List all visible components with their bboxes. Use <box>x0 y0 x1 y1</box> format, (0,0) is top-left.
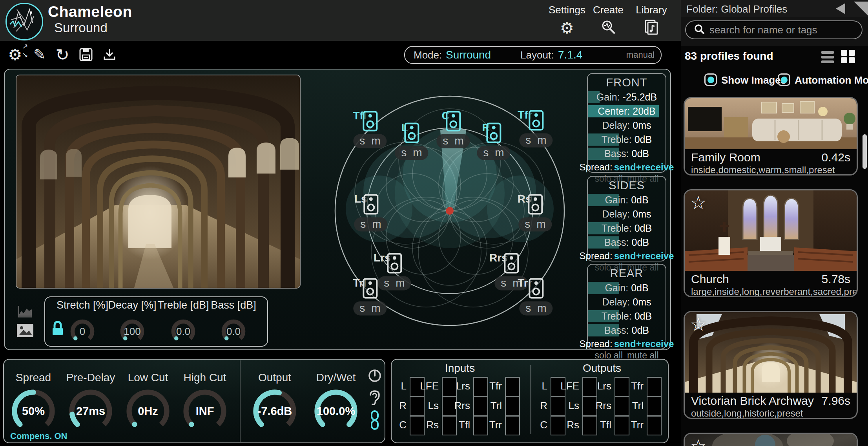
edit-pencil-icon[interactable]: ✎ <box>31 45 49 64</box>
profile-card-church[interactable]: ☆ Church5.78s large,inside,long,reverber… <box>684 189 858 297</box>
download-icon[interactable] <box>100 45 119 64</box>
speaker-cabinet-icon[interactable] <box>363 111 377 132</box>
speaker-cabinet-icon[interactable] <box>504 253 519 274</box>
speaker-cabinet-icon[interactable] <box>529 110 543 131</box>
solo-button[interactable]: s <box>359 302 365 314</box>
mute-button[interactable]: m <box>371 302 380 314</box>
solo-button[interactable]: s <box>360 218 366 230</box>
image-view-icon[interactable] <box>16 324 34 339</box>
profile-card-family-room[interactable]: Family Room0.42s inside,domestic,warm,sm… <box>684 97 858 175</box>
grid-view-icon[interactable] <box>841 50 855 63</box>
solo-button[interactable]: s <box>501 277 506 289</box>
speaker-cabinet-icon[interactable] <box>387 253 402 274</box>
layout-value[interactable]: 7.1.4 <box>558 47 582 63</box>
speaker-cabinet-icon[interactable] <box>404 123 419 143</box>
mode-value[interactable]: Surround <box>446 47 491 63</box>
reload-sync-icon[interactable]: ↻ <box>53 45 71 64</box>
mute-button[interactable]: m <box>537 134 546 146</box>
solo-button[interactable]: s <box>525 134 531 146</box>
stretch-knob[interactable]: 0 <box>69 318 95 344</box>
speaker-cabinet-icon[interactable] <box>528 194 543 215</box>
favorite-star-icon[interactable]: ☆ <box>690 315 706 333</box>
search-box[interactable] <box>685 20 863 39</box>
speaker-trr[interactable]: Trr sm <box>519 278 553 316</box>
speaker-l[interactable]: L sm <box>395 123 428 160</box>
solo-button[interactable]: s <box>359 135 365 147</box>
waveform-view-icon[interactable] <box>17 305 33 320</box>
front-spread-row[interactable]: Spread:send+receive <box>593 162 661 173</box>
ir-treble-knob[interactable]: 0.0 <box>170 318 196 344</box>
speaker-ls[interactable]: Ls sm <box>354 194 387 232</box>
rear-treble-slider[interactable]: Treble:0dB <box>593 310 661 322</box>
highcut-knob[interactable]: INF <box>181 388 228 435</box>
front-center-slider[interactable]: Center:20dB <box>593 105 661 117</box>
io-label: Ls <box>552 397 579 415</box>
collapse-panel-icon[interactable] <box>836 3 845 14</box>
solo-button[interactable]: s <box>525 218 530 230</box>
front-treble-slider[interactable]: Treble:0dB <box>593 133 661 146</box>
drywet-knob[interactable]: 100.0% <box>312 388 359 435</box>
solo-button[interactable]: s <box>401 146 407 159</box>
profile-settings-gear-icon[interactable]: ⚙↗↘ <box>8 45 28 64</box>
lock-icon[interactable] <box>51 320 64 338</box>
library-scrollbar[interactable] <box>863 134 867 169</box>
mute-button[interactable]: m <box>413 146 422 159</box>
search-input[interactable] <box>709 24 862 37</box>
front-delay-slider[interactable]: Delay:0ms <box>593 119 661 132</box>
mute-button[interactable]: m <box>371 135 380 147</box>
io-label: Ls <box>411 397 439 415</box>
speaker-tfr[interactable]: Tfr sm <box>519 110 553 148</box>
rear-spread-row[interactable]: Spread:send+receive <box>593 338 661 349</box>
ir-bass-knob[interactable]: 0.0 <box>221 318 246 344</box>
sides-delay-slider[interactable]: Delay:0ms <box>593 208 661 220</box>
mute-button[interactable]: m <box>454 135 463 147</box>
predelay-knob[interactable]: 27ms <box>67 388 114 435</box>
list-view-icon[interactable] <box>821 51 834 63</box>
solo-button[interactable]: s <box>483 146 489 159</box>
save-floppy-icon[interactable] <box>77 45 95 64</box>
speaker-cabinet-icon[interactable] <box>529 278 543 299</box>
automation-mode-label: Automation Mode <box>795 74 868 86</box>
favorite-star-icon[interactable]: ☆ <box>690 437 706 446</box>
sides-gain-slider[interactable]: Gain:0dB <box>593 194 661 206</box>
automation-mode-checkbox[interactable] <box>778 73 790 86</box>
mute-button[interactable]: m <box>396 277 405 289</box>
mute-button[interactable]: m <box>536 218 545 230</box>
solo-button[interactable]: s <box>525 302 531 314</box>
speaker-cabinet-icon[interactable] <box>446 111 461 132</box>
mute-button[interactable]: m <box>372 218 381 230</box>
resize-corner-icon[interactable] <box>854 2 868 16</box>
front-gain-slider[interactable]: Gain:-25.2dB <box>593 91 661 103</box>
show-images-checkbox[interactable] <box>704 73 717 86</box>
mute-button[interactable]: m <box>537 302 546 314</box>
library-doc-icon[interactable] <box>624 19 679 37</box>
speaker-c[interactable]: C sm <box>436 111 470 148</box>
mute-button[interactable]: m <box>495 146 504 159</box>
menu-library[interactable]: Library <box>624 4 679 16</box>
lowcut-knob[interactable]: 0Hz <box>124 388 171 435</box>
profile-card-partial[interactable]: ☆ <box>684 433 858 446</box>
decay-knob[interactable]: 100 <box>119 318 145 344</box>
profile-card-victorian-brick-archway[interactable]: ☆ Victorian Brick Archway7.96s outside,l… <box>684 311 858 419</box>
sides-spread-row[interactable]: Spread:send+receive <box>593 250 661 261</box>
sides-bass-slider[interactable]: Bass:0dB <box>593 236 661 249</box>
speaker-cabinet-icon[interactable] <box>486 123 501 143</box>
rear-bass-slider[interactable]: Bass:0dB <box>593 324 661 336</box>
rear-gain-slider[interactable]: Gain:0dB <box>593 282 661 294</box>
output-knob[interactable]: -7.6dB <box>251 388 298 435</box>
speaker-rs[interactable]: Rs sm <box>518 194 552 232</box>
speaker-r[interactable]: R sm <box>477 123 510 160</box>
front-bass-slider[interactable]: Bass:0dB <box>593 148 661 160</box>
folder-breadcrumb[interactable]: Folder: Global Profiles <box>686 3 787 15</box>
compensation-status[interactable]: Compens. ON <box>10 431 67 441</box>
speaker-cabinet-icon[interactable] <box>363 194 378 215</box>
spread-knob[interactable]: 50% <box>10 388 57 435</box>
speaker-trl[interactable]: Trl sm <box>353 278 387 316</box>
speaker-cabinet-icon[interactable] <box>363 278 377 299</box>
solo-button[interactable]: s <box>443 135 448 147</box>
sides-treble-slider[interactable]: Treble:0dB <box>593 222 661 234</box>
favorite-star-icon[interactable]: ☆ <box>690 194 706 212</box>
rear-delay-slider[interactable]: Delay:0ms <box>593 296 661 308</box>
speaker-tfl[interactable]: Tfl sm <box>353 111 387 148</box>
ir-profile-image <box>16 75 301 289</box>
